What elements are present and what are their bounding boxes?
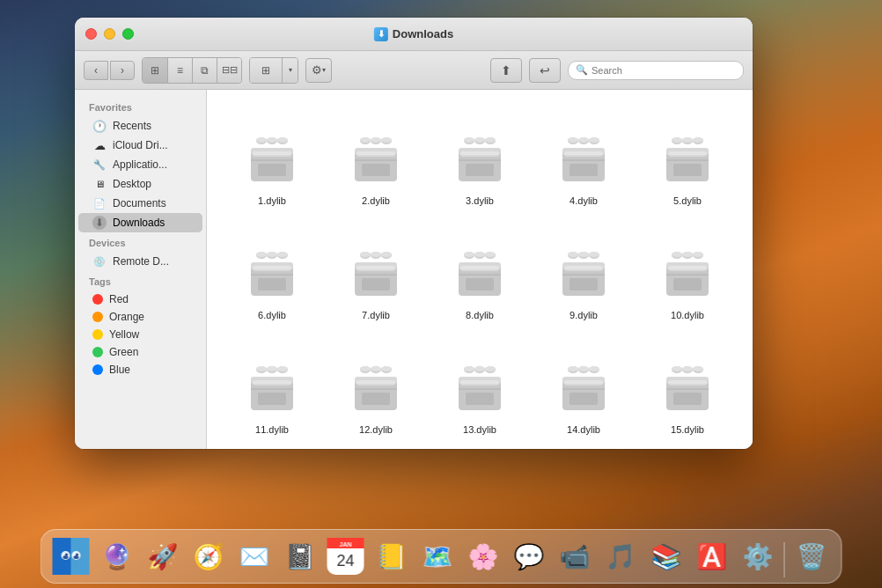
file-item[interactable]: 14.dylib — [536, 336, 631, 442]
sidebar-item-tag-yellow[interactable]: Yellow — [78, 326, 202, 343]
nav-buttons: ‹ › — [84, 61, 135, 80]
search-bar[interactable]: 🔍 — [568, 61, 744, 80]
svg-rect-54 — [668, 151, 707, 157]
file-item[interactable]: 9.dylib — [536, 222, 631, 327]
dylib-icon — [658, 361, 717, 421]
file-name: 11.dylib — [255, 424, 289, 435]
file-item[interactable]: 10.dylib — [640, 222, 735, 327]
dock-item-trash[interactable]: 🗑️ — [790, 535, 833, 577]
dylib-icon — [242, 361, 302, 421]
svg-point-38 — [578, 137, 589, 143]
sidebar-item-downloads[interactable]: ⬇ Downloads — [78, 213, 202, 232]
dock-item-facetime[interactable]: 📹 — [554, 535, 596, 577]
sidebar-item-documents[interactable]: 📄 Documents — [78, 194, 202, 213]
grid-view-button[interactable]: ⊞ — [250, 58, 282, 83]
file-item[interactable]: 3.dylib — [432, 107, 527, 213]
dock-item-ibooks[interactable]: 📚 — [645, 535, 687, 577]
dock-item-photos[interactable]: 🌸 — [462, 535, 504, 577]
sidebar-item-desktop[interactable]: 🖥 Desktop — [78, 174, 202, 194]
svg-point-104 — [682, 252, 693, 257]
svg-point-117 — [277, 366, 288, 371]
dock-item-preferences[interactable]: ⚙️ — [737, 535, 779, 577]
svg-rect-21 — [356, 151, 395, 157]
share-button[interactable]: ⬆ — [490, 58, 522, 83]
sidebar-item-remote[interactable]: 💿 Remote D... — [78, 252, 202, 271]
icon-view-button[interactable]: ⊞ — [143, 58, 167, 83]
dock: 🔮 🚀 🧭 ✉️ 📓 JAN 24 📒 🗺️ 🌸 💬 📹 🎵 📚 🅰️ ⚙️ 🗑… — [40, 529, 842, 584]
dock-item-safari[interactable]: 🧭 — [187, 535, 230, 577]
svg-rect-109 — [668, 266, 707, 271]
svg-text:JAN: JAN — [339, 541, 351, 548]
sidebar-section-favorites: Favorites — [75, 97, 206, 116]
list-view-button[interactable]: ≡ — [167, 58, 192, 83]
dock-item-mail[interactable]: ✉️ — [233, 535, 276, 577]
svg-rect-43 — [564, 151, 603, 157]
view-dropdown-button[interactable]: ▾ — [282, 58, 298, 83]
file-name: 9.dylib — [570, 310, 598, 320]
file-item[interactable]: 15.dylib — [640, 336, 735, 442]
svg-point-157 — [672, 366, 682, 371]
sidebar-item-tag-orange[interactable]: Orange — [78, 308, 202, 326]
documents-icon: 📄 — [92, 196, 107, 210]
dock-item-contacts[interactable]: 📒 — [371, 535, 413, 577]
svg-rect-164 — [668, 380, 707, 386]
svg-rect-76 — [356, 266, 395, 271]
sidebar: Favorites 🕐 Recents ☁ iCloud Dri... 🔧 Ap… — [75, 90, 207, 449]
svg-rect-120 — [253, 380, 291, 386]
sidebar-item-tag-blue[interactable]: Blue — [78, 361, 202, 379]
sidebar-item-icloud[interactable]: ☁ iCloud Dri... — [78, 136, 202, 155]
file-item[interactable]: 1.dylib — [224, 107, 320, 213]
svg-point-5 — [267, 137, 277, 143]
svg-point-173 — [76, 554, 78, 556]
svg-point-73 — [381, 252, 392, 257]
svg-point-27 — [474, 137, 485, 143]
file-item[interactable]: 8.dylib — [432, 222, 527, 327]
file-item[interactable]: 6.dylib — [224, 222, 320, 327]
dock-item-appstore[interactable]: 🅰️ — [691, 535, 733, 577]
action-button[interactable]: ⚙▾ — [305, 58, 332, 83]
file-item[interactable]: 11.dylib — [224, 336, 320, 442]
svg-point-29 — [485, 137, 496, 143]
dylib-icon — [450, 361, 510, 421]
sidebar-item-applications[interactable]: 🔧 Applicatio... — [78, 155, 202, 174]
file-item[interactable]: 13.dylib — [432, 336, 527, 442]
svg-point-7 — [277, 137, 288, 143]
file-item[interactable]: 5.dylib — [640, 107, 735, 213]
desktop-icon: 🖥 — [92, 177, 107, 191]
svg-point-16 — [371, 137, 381, 143]
file-item[interactable]: 4.dylib — [536, 107, 631, 213]
dock-item-calendar[interactable]: JAN 24 — [325, 535, 367, 577]
maximize-button[interactable] — [122, 28, 134, 40]
dock-item-maps[interactable]: 🗺️ — [416, 535, 459, 577]
arrange-button[interactable]: ↩ — [529, 58, 561, 83]
dock-item-notes[interactable]: 📓 — [279, 535, 321, 577]
close-button[interactable] — [85, 28, 97, 40]
svg-rect-119 — [258, 393, 286, 405]
dock-item-music[interactable]: 🎵 — [599, 535, 642, 577]
svg-point-135 — [464, 366, 474, 371]
svg-rect-152 — [570, 393, 598, 405]
svg-point-40 — [589, 137, 599, 143]
downloads-icon: ⬇ — [92, 216, 107, 230]
column-view-button[interactable]: ⧉ — [192, 58, 217, 83]
dock-item-launchpad[interactable]: 🚀 — [142, 535, 184, 577]
dock-item-siri[interactable]: 🔮 — [96, 535, 138, 577]
file-item[interactable]: 2.dylib — [328, 107, 423, 213]
finder-window: ⬇ Downloads ‹ › ⊞ ≡ ⧉ ⊟⊟ ⊞ ▾ ⚙▾ — [75, 18, 753, 449]
search-icon: 🔍 — [576, 64, 588, 76]
back-button[interactable]: ‹ — [84, 61, 108, 80]
search-input[interactable] — [592, 65, 715, 76]
dock-item-finder[interactable] — [50, 535, 92, 577]
file-item[interactable]: 7.dylib — [328, 222, 423, 327]
file-item[interactable]: 12.dylib — [328, 336, 423, 442]
minimize-button[interactable] — [104, 28, 115, 40]
dock-item-messages[interactable]: 💬 — [508, 535, 550, 577]
sidebar-item-tag-red[interactable]: Red — [78, 290, 202, 308]
svg-rect-86 — [466, 278, 494, 290]
cover-view-button[interactable]: ⊟⊟ — [217, 58, 241, 83]
sidebar-item-recents[interactable]: 🕐 Recents — [78, 116, 202, 136]
svg-point-126 — [371, 366, 381, 371]
forward-button[interactable]: › — [110, 61, 135, 80]
dylib-icon — [554, 132, 614, 192]
sidebar-item-tag-green[interactable]: Green — [78, 343, 202, 361]
